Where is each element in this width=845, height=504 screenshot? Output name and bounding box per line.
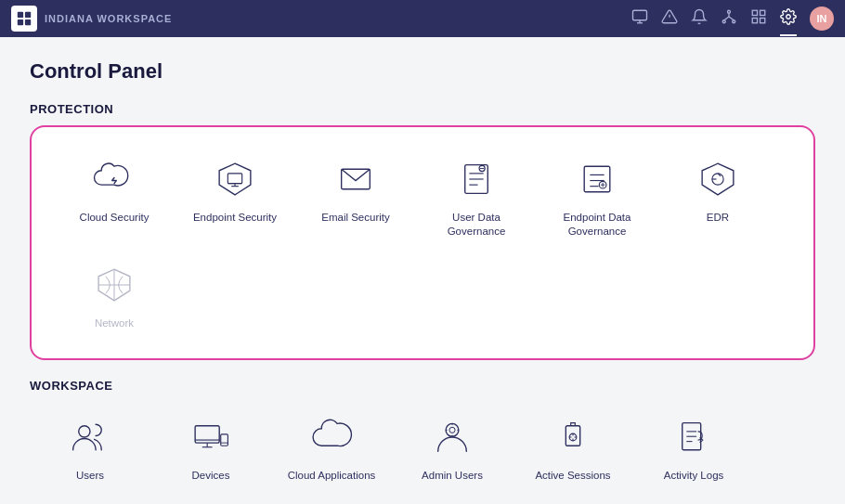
- user-data-governance-icon: [452, 155, 500, 203]
- svg-point-9: [728, 10, 731, 13]
- users-item[interactable]: Users: [30, 402, 150, 494]
- svg-rect-2: [18, 19, 23, 25]
- svg-point-53: [446, 423, 459, 436]
- active-sessions-icon: [549, 413, 597, 461]
- users-label: Users: [76, 469, 104, 483]
- hierarchy-icon[interactable]: [721, 8, 737, 29]
- workspace-grid: Users Devices C: [30, 402, 815, 494]
- network-icon: [90, 261, 138, 309]
- devices-icon: [187, 413, 235, 461]
- active-sessions-item[interactable]: Active Sessions: [513, 402, 633, 494]
- svg-point-10: [722, 20, 725, 23]
- svg-marker-20: [219, 163, 251, 195]
- svg-rect-51: [221, 434, 228, 446]
- svg-rect-15: [752, 10, 757, 15]
- endpoint-data-governance-item[interactable]: Endpoint Data Governance: [537, 144, 657, 250]
- endpoint-security-label: Endpoint Security: [193, 211, 277, 225]
- cloud-security-label: Cloud Security: [80, 211, 150, 225]
- main-content: Control Panel Protection Cloud Security: [0, 37, 845, 504]
- page-title: Control Panel: [30, 59, 815, 84]
- cloud-security-icon: [90, 155, 138, 203]
- protection-box: Cloud Security Endpoint Security: [30, 125, 815, 360]
- svg-rect-21: [228, 174, 241, 184]
- activity-logs-icon: [670, 413, 718, 461]
- email-security-label: Email Security: [321, 211, 390, 225]
- svg-rect-59: [566, 426, 579, 446]
- protection-grid: Cloud Security Endpoint Security: [54, 144, 791, 342]
- svg-point-54: [449, 427, 455, 433]
- endpoint-security-item[interactable]: Endpoint Security: [175, 144, 295, 250]
- network-label: Network: [95, 317, 134, 330]
- grid-icon[interactable]: [750, 8, 767, 29]
- cloud-applications-icon: [307, 413, 356, 461]
- devices-item[interactable]: Devices: [150, 402, 271, 494]
- monitor-icon[interactable]: [631, 8, 648, 29]
- user-data-governance-item[interactable]: User Data Governance: [416, 144, 537, 250]
- svg-marker-39: [702, 163, 734, 195]
- settings-icon[interactable]: [780, 8, 797, 29]
- email-security-icon: [332, 155, 380, 203]
- user-avatar[interactable]: IN: [810, 6, 834, 31]
- svg-point-19: [786, 15, 791, 19]
- cloud-applications-item[interactable]: Cloud Applications: [271, 402, 392, 494]
- endpoint-data-governance-icon: [573, 155, 621, 203]
- cloud-security-item[interactable]: Cloud Security: [54, 144, 175, 250]
- endpoint-data-governance-label: Endpoint Data Governance: [544, 211, 650, 239]
- network-item: Network: [54, 250, 175, 342]
- brand-name: INDIANA WORKSPACE: [45, 13, 624, 24]
- topnav: INDIANA WORKSPACE: [0, 0, 845, 37]
- admin-users-item[interactable]: Admin Users: [392, 402, 513, 494]
- svg-rect-17: [760, 19, 765, 23]
- admin-users-label: Admin Users: [422, 469, 483, 483]
- admin-users-icon: [428, 413, 476, 461]
- endpoint-security-icon: [211, 155, 259, 203]
- bell-icon[interactable]: [691, 8, 708, 29]
- logo[interactable]: [11, 6, 37, 32]
- activity-logs-item[interactable]: Activity Logs: [633, 402, 754, 494]
- svg-rect-32: [584, 166, 610, 192]
- svg-rect-0: [18, 12, 23, 18]
- cloud-applications-label: Cloud Applications: [288, 469, 376, 483]
- svg-point-11: [733, 20, 735, 23]
- activity-logs-label: Activity Logs: [664, 469, 724, 483]
- svg-rect-3: [25, 19, 31, 25]
- svg-rect-16: [760, 10, 765, 15]
- users-icon: [66, 413, 114, 461]
- active-sessions-label: Active Sessions: [535, 469, 610, 483]
- svg-line-13: [724, 17, 729, 20]
- edr-icon: [694, 155, 742, 203]
- workspace-label: Workspace: [30, 379, 815, 393]
- email-security-item[interactable]: Email Security: [295, 144, 416, 250]
- user-data-governance-label: User Data Governance: [423, 211, 529, 239]
- devices-label: Devices: [192, 469, 230, 483]
- warning-icon[interactable]: [661, 8, 678, 29]
- edr-label: EDR: [707, 211, 729, 225]
- svg-rect-18: [752, 19, 757, 23]
- svg-line-14: [729, 17, 734, 20]
- edr-item[interactable]: EDR: [657, 144, 778, 250]
- protection-label: Protection: [30, 102, 815, 116]
- nav-icons: IN: [631, 6, 834, 31]
- svg-rect-4: [633, 10, 647, 20]
- svg-point-46: [79, 426, 90, 437]
- svg-rect-1: [25, 12, 31, 18]
